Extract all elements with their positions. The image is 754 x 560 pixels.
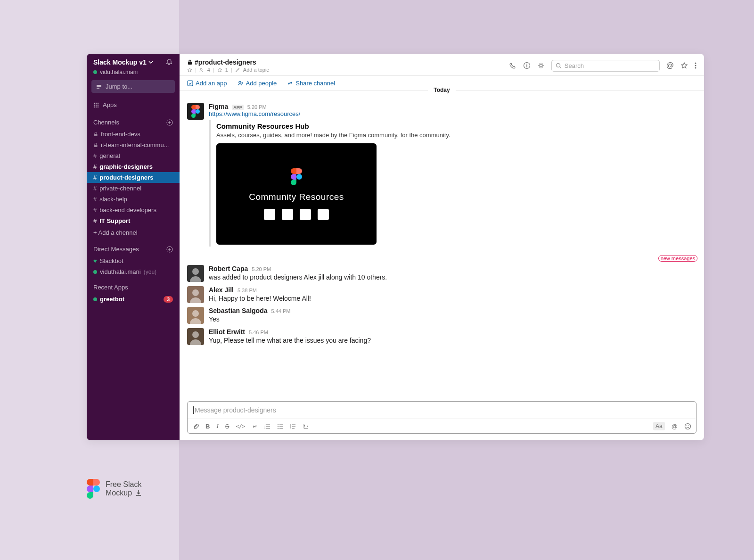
channel-item-product-designers[interactable]: #product-designers bbox=[87, 172, 180, 183]
apps-link[interactable]: Apps bbox=[87, 98, 180, 112]
channel-item-IT-Support[interactable]: #IT Support bbox=[87, 215, 180, 226]
message-composer[interactable]: Message product-designers B I S </> 123 … bbox=[187, 401, 697, 434]
compose-input[interactable]: Message product-designers bbox=[188, 402, 696, 419]
format-toggle[interactable]: Aa bbox=[653, 422, 665, 430]
svg-point-27 bbox=[238, 81, 240, 83]
message-attachment[interactable]: Community Resources HubAssets, courses, … bbox=[209, 120, 697, 247]
channel-name: it-team-internal-commu... bbox=[101, 141, 169, 148]
quote-icon[interactable] bbox=[290, 423, 296, 429]
apps-label: Apps bbox=[103, 101, 117, 108]
gear-icon[interactable] bbox=[537, 62, 545, 69]
channel-name: front-end-devs bbox=[101, 131, 140, 138]
bell-icon[interactable] bbox=[165, 58, 173, 66]
bold-icon[interactable]: B bbox=[205, 423, 210, 430]
message-link[interactable]: https://www.figma.com/resources/ bbox=[209, 110, 697, 117]
svg-point-10 bbox=[96, 106, 97, 107]
presence-online-icon bbox=[93, 270, 97, 274]
channel-item-slack-help[interactable]: #slack-help bbox=[87, 194, 180, 205]
mention-icon[interactable]: @ bbox=[666, 61, 674, 70]
add-channel-link[interactable]: + Add a chennel bbox=[87, 226, 180, 239]
figma-logo-icon bbox=[87, 479, 100, 499]
hash-icon: # bbox=[93, 206, 97, 214]
add-channel-icon[interactable] bbox=[166, 119, 173, 126]
svg-point-7 bbox=[96, 104, 97, 105]
strike-icon[interactable]: S bbox=[225, 423, 229, 430]
svg-rect-14 bbox=[94, 145, 98, 147]
call-icon[interactable] bbox=[509, 62, 516, 69]
avatar bbox=[187, 307, 204, 324]
channel-item-private-chennel[interactable]: #private-chennel bbox=[87, 183, 180, 194]
message-author[interactable]: Figma bbox=[209, 103, 228, 110]
app-tag: APP bbox=[232, 105, 244, 110]
hash-icon: # bbox=[93, 196, 97, 203]
message-author[interactable]: Sebastian Salgoda bbox=[209, 307, 267, 314]
svg-point-24 bbox=[695, 65, 697, 66]
bullet-list-icon[interactable] bbox=[277, 423, 283, 429]
dm-section-title: Direct Messages bbox=[87, 239, 180, 255]
svg-point-31 bbox=[192, 331, 199, 338]
message-author[interactable]: Robert Capa bbox=[209, 265, 248, 272]
svg-point-11 bbox=[98, 106, 98, 107]
star-icon[interactable] bbox=[187, 67, 192, 73]
search-input[interactable]: Search bbox=[551, 60, 660, 72]
code-icon[interactable]: </> bbox=[236, 423, 245, 429]
dm-item-Slackbot[interactable]: ♥Slackbot bbox=[87, 255, 180, 266]
channel-name: slack-help bbox=[99, 196, 127, 203]
channel-name: IT Support bbox=[99, 217, 130, 224]
add-dm-icon[interactable] bbox=[166, 246, 173, 253]
members-icon[interactable] bbox=[199, 67, 205, 73]
dm-item-viduthalai-mani[interactable]: viduthalai.mani (you) bbox=[87, 266, 180, 277]
message-author[interactable]: Elliot Erwitt bbox=[209, 328, 245, 336]
add-topic-link[interactable]: Add a topic bbox=[243, 67, 269, 73]
channel-item-graphic-designers[interactable]: #graphic-designers bbox=[87, 161, 180, 172]
workspace-header[interactable]: Slack Mockup v1 bbox=[87, 54, 180, 69]
ordered-list-icon[interactable]: 123 bbox=[264, 423, 270, 429]
recent-apps-title: Recent Apps bbox=[87, 277, 180, 294]
italic-icon[interactable]: I bbox=[216, 422, 218, 430]
current-user[interactable]: viduthalai.mani bbox=[87, 69, 180, 80]
preview-tile-icon bbox=[282, 209, 293, 220]
message-row: Elliot Erwitt5.46 PMYup, Please tell me … bbox=[180, 326, 704, 347]
attachment-desc: Assets, courses, guides, and more! made … bbox=[216, 132, 697, 139]
message-time: 5.20 PM bbox=[252, 266, 271, 272]
channel-item-it-team-internal-commu-[interactable]: it-team-internal-commu... bbox=[87, 140, 180, 150]
download-icon[interactable] bbox=[135, 489, 142, 497]
attachment-title: Community Resources Hub bbox=[216, 122, 697, 130]
more-icon[interactable] bbox=[695, 62, 697, 69]
add-people-link[interactable]: Add people bbox=[238, 80, 277, 87]
emoji-icon[interactable] bbox=[684, 423, 691, 430]
new-messages-label: new messages bbox=[658, 255, 697, 262]
channel-item-general[interactable]: #general bbox=[87, 150, 180, 161]
hash-icon: # bbox=[93, 152, 97, 159]
mention-btn[interactable]: @ bbox=[672, 423, 678, 430]
jump-to-input[interactable]: Jump to... bbox=[91, 80, 175, 93]
attachment-preview[interactable]: Community Resources bbox=[216, 143, 377, 245]
message-author[interactable]: Alex Jill bbox=[209, 286, 234, 294]
recent-app-greetbot[interactable]: greetbot3 bbox=[87, 294, 180, 305]
star-outline-icon[interactable] bbox=[680, 62, 688, 69]
channel-item-front-end-devs[interactable]: front-end-devs bbox=[87, 129, 180, 140]
channel-header: #product-designers | 4 | 1 | Add a topic bbox=[180, 54, 704, 76]
share-channel-link[interactable]: Share channel bbox=[287, 80, 335, 87]
pin-icon[interactable] bbox=[217, 67, 222, 73]
channel-name: private-chennel bbox=[99, 185, 141, 192]
add-app-link[interactable]: Add an app bbox=[187, 80, 227, 87]
chevron-down-icon bbox=[148, 60, 153, 65]
dm-name: Slackbot bbox=[100, 257, 123, 264]
hash-icon: # bbox=[93, 174, 97, 181]
hash-icon: # bbox=[93, 185, 97, 192]
apps-grid-icon bbox=[93, 102, 99, 108]
message-text: Yup, Please tell me what are the issues … bbox=[209, 336, 697, 346]
preview-tile-icon bbox=[318, 209, 329, 220]
channel-title[interactable]: #product-designers bbox=[187, 58, 269, 66]
info-icon[interactable] bbox=[523, 62, 531, 69]
avatar bbox=[187, 328, 204, 345]
svg-point-6 bbox=[94, 104, 95, 105]
svg-rect-1 bbox=[97, 86, 101, 87]
codeblock-icon[interactable] bbox=[303, 423, 309, 429]
channel-item-back-end-developers[interactable]: #back-end developers bbox=[87, 205, 180, 215]
linkfmt-icon[interactable] bbox=[252, 423, 258, 429]
lock-icon bbox=[93, 143, 98, 148]
recent-app-name: greetbot bbox=[100, 296, 124, 303]
attach-icon[interactable] bbox=[192, 423, 199, 429]
